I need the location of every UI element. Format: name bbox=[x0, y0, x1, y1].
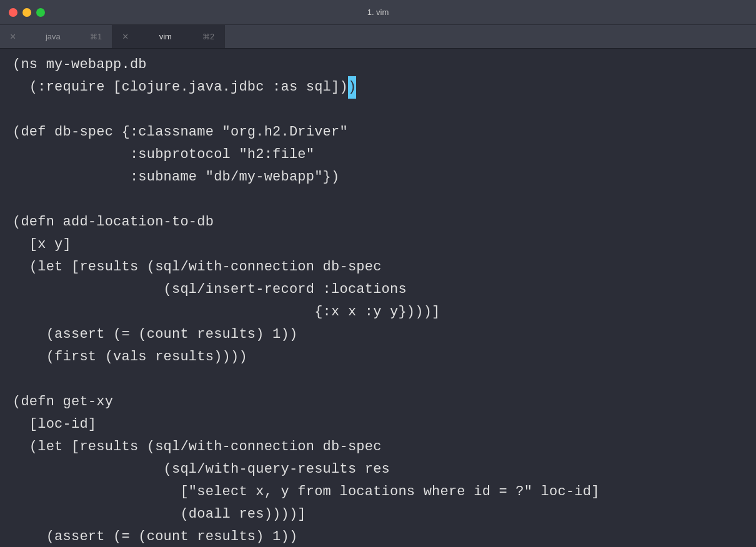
code-line-9: [x y] bbox=[0, 234, 756, 256]
code-line-12: {:x x :y y})))] bbox=[0, 301, 756, 323]
code-line-13: (assert (= (count results) 1)) bbox=[0, 323, 756, 346]
tab-java[interactable]: × java ⌘1 bbox=[0, 25, 112, 48]
code-text-14: (first (vals results)))) bbox=[12, 346, 247, 368]
code-line-20: ["select x, y from locations where id = … bbox=[0, 481, 756, 503]
tab-java-close[interactable]: × bbox=[10, 32, 16, 42]
code-line-10: (let [results (sql/with-connection db-sp… bbox=[0, 256, 756, 278]
tab-vim-close[interactable]: × bbox=[122, 32, 128, 42]
code-line-5: :subprotocol "h2:file" bbox=[0, 144, 756, 166]
close-button[interactable] bbox=[9, 8, 17, 17]
code-line-6: :subname "db/my-webapp"}) bbox=[0, 166, 756, 189]
code-line-15 bbox=[0, 368, 756, 391]
code-text-12: {:x x :y y})))] bbox=[12, 301, 440, 323]
tab-java-label: java bbox=[21, 32, 85, 41]
code-text-9: [x y] bbox=[12, 234, 71, 256]
code-line-7 bbox=[0, 189, 756, 211]
code-text-22: (assert (= (count results) 1)) bbox=[12, 526, 297, 547]
code-text-4: (def db-spec {:classname "org.h2.Driver" bbox=[12, 121, 348, 144]
code-text-19: (sql/with-query-results res bbox=[12, 458, 390, 481]
code-text-17: [loc-id] bbox=[12, 413, 96, 436]
tab-java-shortcut: ⌘1 bbox=[90, 32, 102, 41]
code-text-8: (defn add-location-to-db bbox=[12, 211, 214, 234]
tab-vim-shortcut: ⌘2 bbox=[202, 32, 214, 41]
code-line-2: (:require [clojure.java.jdbc :as sql])) bbox=[0, 76, 756, 99]
code-line-1: (ns my-webapp.db bbox=[0, 54, 756, 76]
code-line-17: [loc-id] bbox=[0, 413, 756, 436]
maximize-button[interactable] bbox=[36, 8, 45, 17]
code-line-16: (defn get-xy bbox=[0, 391, 756, 413]
title-bar: 1. vim bbox=[0, 0, 756, 25]
code-text-10: (let [results (sql/with-connection db-sp… bbox=[12, 256, 382, 278]
code-text-2: (:require [clojure.java.jdbc :as sql])) bbox=[12, 76, 356, 99]
traffic-lights bbox=[9, 8, 45, 17]
code-text-16: (defn get-xy bbox=[12, 391, 113, 413]
code-line-18: (let [results (sql/with-connection db-sp… bbox=[0, 436, 756, 458]
code-line-4: (def db-spec {:classname "org.h2.Driver" bbox=[0, 121, 756, 144]
code-text-1: (ns my-webapp.db bbox=[12, 54, 147, 76]
tab-vim-label: vim bbox=[133, 32, 197, 41]
code-text-18: (let [results (sql/with-connection db-sp… bbox=[12, 436, 382, 458]
code-line-8: (defn add-location-to-db bbox=[0, 211, 756, 234]
code-line-11: (sql/insert-record :locations bbox=[0, 278, 756, 301]
code-text-5: :subprotocol "h2:file" bbox=[12, 144, 314, 166]
code-line-3 bbox=[0, 99, 756, 121]
code-line-19: (sql/with-query-results res bbox=[0, 458, 756, 481]
code-text-20: ["select x, y from locations where id = … bbox=[12, 481, 600, 503]
window-title: 1. vim bbox=[367, 7, 389, 17]
minimize-button[interactable] bbox=[22, 8, 31, 17]
tab-vim[interactable]: × vim ⌘2 bbox=[112, 25, 225, 48]
code-text-11: (sql/insert-record :locations bbox=[12, 278, 407, 301]
tab-bar: × java ⌘1 × vim ⌘2 bbox=[0, 25, 756, 49]
code-line-14: (first (vals results)))) bbox=[0, 346, 756, 368]
code-text-6: :subname "db/my-webapp"}) bbox=[12, 166, 339, 189]
code-text-21: (doall res))))] bbox=[12, 503, 306, 526]
code-line-21: (doall res))))] bbox=[0, 503, 756, 526]
code-text-13: (assert (= (count results) 1)) bbox=[12, 323, 297, 346]
code-line-22: (assert (= (count results) 1)) bbox=[0, 526, 756, 547]
code-editor[interactable]: (ns my-webapp.db (:require [clojure.java… bbox=[0, 49, 756, 547]
